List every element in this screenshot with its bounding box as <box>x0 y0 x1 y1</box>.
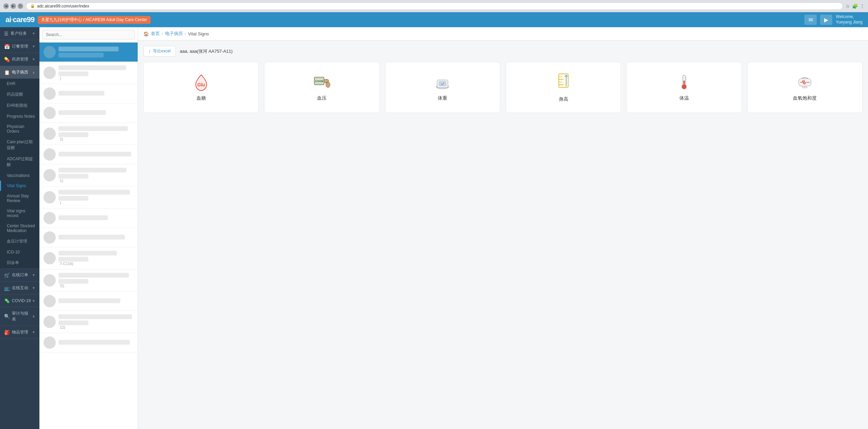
video-button[interactable]: ▶ <box>820 15 832 25</box>
sidebar-item-progress-notes[interactable]: Progress Notes <box>0 111 39 121</box>
patient-item[interactable] <box>39 228 138 247</box>
sidebar-item-audit[interactable]: 🔍 审计与报表 ▼ <box>0 307 39 326</box>
appointments-icon: 📅 <box>4 44 10 49</box>
sidebar-item-ehr-main[interactable]: EHR <box>0 79 39 89</box>
svg-text:120/80: 120/80 <box>315 80 324 83</box>
patient-name <box>58 91 134 96</box>
sidebar-item-icd10[interactable]: ICD-10 <box>0 247 39 257</box>
sidebar-item-ehr-permissions[interactable]: EHR权限组 <box>0 100 39 111</box>
patient-detail: !2) <box>58 279 134 288</box>
patient-item[interactable]: 1) <box>39 164 138 186</box>
sidebar-item-vital-signs-record[interactable]: Vital signs record <box>0 206 39 221</box>
export-label: 导出excel <box>153 48 171 54</box>
patient-item[interactable]: 12) <box>39 311 138 333</box>
svg-rect-8 <box>439 82 446 86</box>
extensions-icon[interactable]: 🧩 <box>852 3 858 9</box>
export-excel-button[interactable]: ↑ 导出excel <box>143 46 176 56</box>
main-panel: 🏠 首页 › 电子病历 › Vital Signs ↑ 导出excel aaa,… <box>138 27 868 429</box>
patient-name <box>58 251 134 255</box>
bookmark-star-icon[interactable]: ☆ <box>846 3 850 9</box>
sidebar-item-online-activities[interactable]: 📺 在线互动 ▼ <box>0 282 39 294</box>
sidebar-item-center-stocked[interactable]: Center Stocked Medication <box>0 221 39 236</box>
vital-card-weight[interactable]: 体重 <box>385 62 500 113</box>
sidebar-pharmacy-label: 药房管理 <box>12 56 32 62</box>
appointments-chevron: ▼ <box>32 45 35 48</box>
patient-panel: ) <box>39 27 138 429</box>
patient-item[interactable] <box>39 43 138 62</box>
sidebar-item-vital-signs[interactable]: Vital Signs <box>0 181 39 191</box>
site-name-badge: 关爱九九日间护理中心 / AICARE99 Adult Day Care Cen… <box>38 16 150 24</box>
sidebar: ☰ 客户任务 ▼ 📅 订餐管理 ▼ 💊 药房管理 ▼ 📋 电子病历 <box>0 27 39 429</box>
sidebar-item-care-plan[interactable]: Care plan过期提醒 <box>0 136 39 153</box>
sidebar-item-online-orders[interactable]: 🛒 在线订单 ▼ <box>0 269 39 281</box>
sidebar-item-vaccinations[interactable]: Vaccinations <box>0 170 39 181</box>
patient-item[interactable] <box>39 333 138 352</box>
patient-info <box>58 152 134 157</box>
sidebar-section-items: 🎒 物品管理 ▼ <box>0 326 39 339</box>
patient-item[interactable] <box>39 292 138 311</box>
patient-item[interactable] <box>39 103 138 123</box>
svg-point-16 <box>682 84 687 89</box>
url-text: adc.aicare99.com/user/index <box>37 4 89 9</box>
sidebar-item-covid[interactable]: 🦠 COVID-19 ▼ <box>0 295 39 307</box>
patient-name <box>58 314 134 319</box>
sidebar-section-audit: 🔍 审计与报表 ▼ <box>0 307 39 326</box>
avatar <box>44 231 56 244</box>
sidebar-items-label: 物品管理 <box>12 329 32 335</box>
sidebar-item-pharmacy[interactable]: 💊 药房管理 ▼ <box>0 53 39 66</box>
search-input[interactable] <box>42 30 135 39</box>
avatar <box>44 274 56 286</box>
patient-name <box>58 47 134 51</box>
address-bar[interactable]: 🔒 adc.aicare99.com/user/index <box>26 2 843 10</box>
sidebar-item-annual-stay[interactable]: Annual Stay Review <box>0 191 39 206</box>
patient-name <box>58 340 134 345</box>
patient-item[interactable]: 7-C116) <box>39 247 138 269</box>
sidebar-item-clinic-order[interactable]: 回诊单 <box>0 257 39 268</box>
reload-button[interactable]: ↻ <box>18 3 23 9</box>
online-orders-icon: 🛒 <box>4 273 10 278</box>
sidebar-item-bp-management[interactable]: 血压计管理 <box>0 236 39 247</box>
online-orders-chevron: ▼ <box>32 273 35 277</box>
breadcrumb-home-link[interactable]: 首页 <box>151 31 160 37</box>
sidebar-item-items[interactable]: 🎒 物品管理 ▼ <box>0 326 39 339</box>
audit-chevron: ▼ <box>32 315 35 318</box>
blood-glucose-label: 血糖 <box>196 95 206 101</box>
breadcrumb-ehr-link[interactable]: 电子病历 <box>165 31 183 37</box>
patient-detail <box>58 53 134 57</box>
sidebar-item-ehr[interactable]: 📋 电子病历 ▲ <box>0 66 39 79</box>
vital-card-blood-glucose[interactable]: Glu 血糖 <box>143 62 259 113</box>
sidebar-item-tasks[interactable]: ☰ 客户任务 ▼ <box>0 27 39 40</box>
sidebar-item-physician-orders[interactable]: Physician Orders <box>0 121 39 136</box>
patient-item[interactable]: ) <box>39 62 138 84</box>
vital-card-height[interactable]: 身高 <box>506 62 621 113</box>
avatar <box>44 212 56 224</box>
avatar <box>44 316 56 328</box>
message-button[interactable]: ✉ <box>804 15 817 25</box>
vital-card-blood-pressure[interactable]: 120/80 血压 <box>264 62 379 113</box>
sidebar-item-adcap[interactable]: ADCAP过期提醒 <box>0 153 39 170</box>
menu-icon[interactable]: ⋮ <box>860 3 865 9</box>
patient-name <box>58 235 134 240</box>
forward-button[interactable]: ▶ <box>11 3 16 9</box>
avatar <box>44 67 56 79</box>
patient-item[interactable] <box>39 145 138 164</box>
patient-name <box>58 273 134 278</box>
patient-item[interactable]: !2) <box>39 269 138 292</box>
covid-chevron: ▼ <box>32 299 35 303</box>
patient-item[interactable] <box>39 84 138 103</box>
patient-info <box>58 215 134 221</box>
vital-card-temperature[interactable]: 体温 <box>626 62 742 113</box>
tasks-icon: ☰ <box>4 31 8 36</box>
export-icon: ↑ <box>149 49 151 54</box>
back-button[interactable]: ◀ <box>3 3 9 9</box>
breadcrumb-sep-2: › <box>185 32 186 36</box>
patient-item[interactable] <box>39 209 138 228</box>
patient-item[interactable]: ) <box>39 186 138 209</box>
patient-name <box>58 110 134 115</box>
patient-item[interactable]: 2) <box>39 123 138 145</box>
sidebar-item-appointments[interactable]: 📅 订餐管理 ▼ <box>0 40 39 53</box>
pharmacy-chevron: ▼ <box>32 57 35 61</box>
vital-card-oxygen[interactable]: SpO₂ 血氧饱和度 <box>747 62 863 113</box>
sidebar-item-medications[interactable]: 药品提醒 <box>0 89 39 100</box>
welcome-text: Welcome, Yueyang Jiang <box>836 14 863 25</box>
